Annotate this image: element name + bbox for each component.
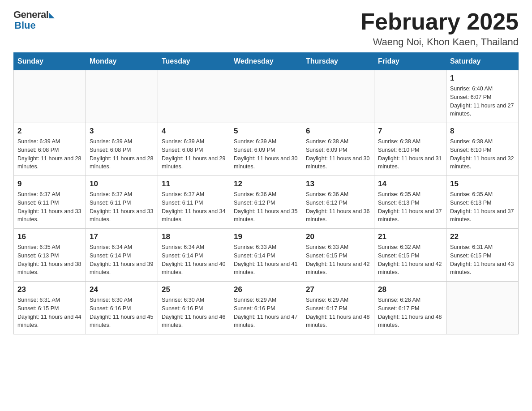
weekday-header-tuesday: Tuesday — [158, 53, 230, 70]
calendar-cell: 3Sunrise: 6:39 AM Sunset: 6:08 PM Daylig… — [86, 123, 158, 176]
day-info: Sunrise: 6:31 AM Sunset: 6:15 PM Dayligh… — [450, 243, 515, 277]
calendar-cell: 27Sunrise: 6:29 AM Sunset: 6:17 PM Dayli… — [302, 282, 374, 334]
day-info: Sunrise: 6:34 AM Sunset: 6:14 PM Dayligh… — [90, 243, 154, 277]
calendar-cell: 2Sunrise: 6:39 AM Sunset: 6:08 PM Daylig… — [14, 123, 86, 176]
day-info: Sunrise: 6:30 AM Sunset: 6:16 PM Dayligh… — [162, 296, 226, 330]
day-info: Sunrise: 6:35 AM Sunset: 6:13 PM Dayligh… — [378, 190, 442, 224]
weekday-header-friday: Friday — [374, 53, 446, 70]
calendar-cell — [14, 70, 86, 123]
day-info: Sunrise: 6:38 AM Sunset: 6:10 PM Dayligh… — [378, 137, 442, 171]
calendar-cell: 8Sunrise: 6:38 AM Sunset: 6:10 PM Daylig… — [446, 123, 519, 176]
day-info: Sunrise: 6:29 AM Sunset: 6:16 PM Dayligh… — [234, 296, 298, 330]
weekday-header-thursday: Thursday — [302, 53, 374, 70]
calendar-cell: 13Sunrise: 6:36 AM Sunset: 6:12 PM Dayli… — [302, 176, 374, 229]
calendar-cell: 17Sunrise: 6:34 AM Sunset: 6:14 PM Dayli… — [86, 229, 158, 282]
calendar-cell: 21Sunrise: 6:32 AM Sunset: 6:15 PM Dayli… — [374, 229, 446, 282]
day-number: 15 — [450, 180, 515, 188]
calendar-week-row: 2Sunrise: 6:39 AM Sunset: 6:08 PM Daylig… — [14, 123, 519, 176]
calendar-cell: 20Sunrise: 6:33 AM Sunset: 6:15 PM Dayli… — [302, 229, 374, 282]
calendar-cell: 23Sunrise: 6:31 AM Sunset: 6:15 PM Dayli… — [14, 282, 86, 334]
day-number: 16 — [17, 232, 82, 241]
calendar-week-row: 1Sunrise: 6:40 AM Sunset: 6:07 PM Daylig… — [14, 70, 519, 123]
calendar-cell — [86, 70, 158, 123]
calendar-cell: 1Sunrise: 6:40 AM Sunset: 6:07 PM Daylig… — [446, 70, 519, 123]
day-info: Sunrise: 6:30 AM Sunset: 6:16 PM Dayligh… — [90, 296, 154, 330]
day-number: 10 — [90, 180, 154, 188]
month-title: February 2025 — [360, 9, 519, 34]
day-number: 13 — [306, 180, 370, 188]
day-number: 23 — [17, 285, 82, 294]
day-info: Sunrise: 6:35 AM Sunset: 6:13 PM Dayligh… — [17, 243, 82, 277]
day-number: 27 — [306, 285, 370, 294]
day-number: 28 — [378, 285, 442, 294]
calendar-cell: 10Sunrise: 6:37 AM Sunset: 6:11 PM Dayli… — [86, 176, 158, 229]
day-number: 18 — [162, 232, 226, 241]
calendar-cell: 9Sunrise: 6:37 AM Sunset: 6:11 PM Daylig… — [14, 176, 86, 229]
logo-blue-text: Blue — [13, 20, 36, 31]
calendar-cell — [230, 70, 302, 123]
calendar-cell: 18Sunrise: 6:34 AM Sunset: 6:14 PM Dayli… — [158, 229, 230, 282]
calendar-cell — [446, 282, 519, 334]
day-number: 21 — [378, 232, 442, 241]
day-info: Sunrise: 6:33 AM Sunset: 6:15 PM Dayligh… — [306, 243, 370, 277]
calendar-week-row: 23Sunrise: 6:31 AM Sunset: 6:15 PM Dayli… — [14, 282, 519, 334]
calendar-cell — [374, 70, 446, 123]
day-info: Sunrise: 6:35 AM Sunset: 6:13 PM Dayligh… — [450, 190, 515, 224]
day-number: 4 — [162, 127, 226, 136]
calendar-cell: 11Sunrise: 6:37 AM Sunset: 6:11 PM Dayli… — [158, 176, 230, 229]
calendar-week-row: 9Sunrise: 6:37 AM Sunset: 6:11 PM Daylig… — [14, 176, 519, 229]
day-info: Sunrise: 6:39 AM Sunset: 6:09 PM Dayligh… — [234, 137, 298, 171]
day-info: Sunrise: 6:38 AM Sunset: 6:10 PM Dayligh… — [450, 137, 515, 171]
day-info: Sunrise: 6:39 AM Sunset: 6:08 PM Dayligh… — [90, 137, 154, 171]
calendar-cell — [158, 70, 230, 123]
day-number: 6 — [306, 127, 370, 136]
day-info: Sunrise: 6:29 AM Sunset: 6:17 PM Dayligh… — [306, 296, 370, 330]
day-info: Sunrise: 6:36 AM Sunset: 6:12 PM Dayligh… — [234, 190, 298, 224]
day-info: Sunrise: 6:37 AM Sunset: 6:11 PM Dayligh… — [17, 190, 82, 224]
calendar-week-row: 16Sunrise: 6:35 AM Sunset: 6:13 PM Dayli… — [14, 229, 519, 282]
day-info: Sunrise: 6:40 AM Sunset: 6:07 PM Dayligh… — [450, 85, 515, 118]
day-number: 20 — [306, 232, 370, 241]
calendar-cell: 5Sunrise: 6:39 AM Sunset: 6:09 PM Daylig… — [230, 123, 302, 176]
calendar-table: SundayMondayTuesdayWednesdayThursdayFrid… — [13, 52, 519, 334]
day-number: 17 — [90, 232, 154, 241]
weekday-header-sunday: Sunday — [14, 53, 86, 70]
calendar-cell: 4Sunrise: 6:39 AM Sunset: 6:08 PM Daylig… — [158, 123, 230, 176]
location-title: Waeng Noi, Khon Kaen, Thailand — [360, 36, 519, 48]
day-info: Sunrise: 6:36 AM Sunset: 6:12 PM Dayligh… — [306, 190, 370, 224]
logo-general-text: General — [13, 9, 48, 21]
day-number: 3 — [90, 127, 154, 136]
day-number: 22 — [450, 232, 515, 241]
weekday-header-monday: Monday — [86, 53, 158, 70]
calendar-cell — [302, 70, 374, 123]
day-number: 19 — [234, 232, 298, 241]
calendar-cell: 24Sunrise: 6:30 AM Sunset: 6:16 PM Dayli… — [86, 282, 158, 334]
day-number: 5 — [234, 127, 298, 136]
calendar-cell: 14Sunrise: 6:35 AM Sunset: 6:13 PM Dayli… — [374, 176, 446, 229]
day-number: 11 — [162, 180, 226, 188]
day-info: Sunrise: 6:28 AM Sunset: 6:17 PM Dayligh… — [378, 296, 442, 330]
calendar-cell: 12Sunrise: 6:36 AM Sunset: 6:12 PM Dayli… — [230, 176, 302, 229]
calendar-cell: 19Sunrise: 6:33 AM Sunset: 6:14 PM Dayli… — [230, 229, 302, 282]
day-number: 25 — [162, 285, 226, 294]
day-info: Sunrise: 6:37 AM Sunset: 6:11 PM Dayligh… — [162, 190, 226, 224]
weekday-header-wednesday: Wednesday — [230, 53, 302, 70]
day-number: 26 — [234, 285, 298, 294]
day-info: Sunrise: 6:34 AM Sunset: 6:14 PM Dayligh… — [162, 243, 226, 277]
day-number: 1 — [450, 74, 515, 83]
day-info: Sunrise: 6:39 AM Sunset: 6:08 PM Dayligh… — [162, 137, 226, 171]
calendar-cell: 7Sunrise: 6:38 AM Sunset: 6:10 PM Daylig… — [374, 123, 446, 176]
calendar-cell: 15Sunrise: 6:35 AM Sunset: 6:13 PM Dayli… — [446, 176, 519, 229]
day-number: 12 — [234, 180, 298, 188]
weekday-header-saturday: Saturday — [446, 53, 519, 70]
day-number: 8 — [450, 127, 515, 136]
day-info: Sunrise: 6:31 AM Sunset: 6:15 PM Dayligh… — [17, 296, 82, 330]
calendar-cell: 16Sunrise: 6:35 AM Sunset: 6:13 PM Dayli… — [14, 229, 86, 282]
day-info: Sunrise: 6:33 AM Sunset: 6:14 PM Dayligh… — [234, 243, 298, 277]
title-block: February 2025 Waeng Noi, Khon Kaen, Thai… — [360, 9, 519, 48]
calendar-cell: 25Sunrise: 6:30 AM Sunset: 6:16 PM Dayli… — [158, 282, 230, 334]
day-number: 7 — [378, 127, 442, 136]
day-number: 9 — [17, 180, 82, 188]
day-number: 14 — [378, 180, 442, 188]
logo-arrow-icon — [49, 13, 55, 18]
